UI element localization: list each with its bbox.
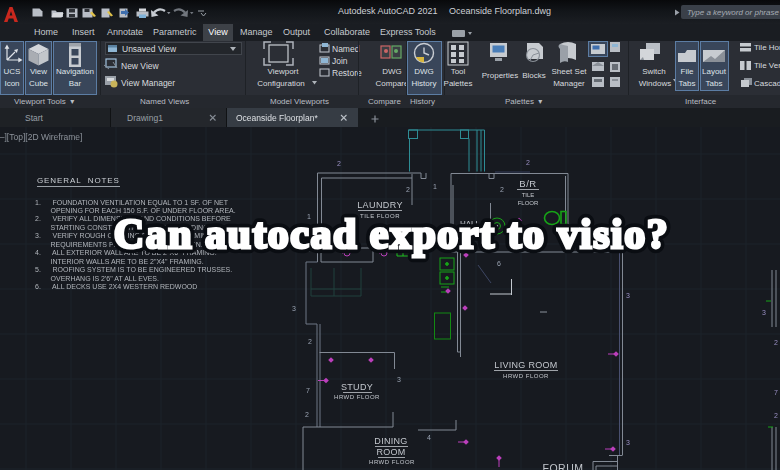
svg-text:Restore: Restore (332, 68, 362, 78)
svg-text:Unsaved View: Unsaved View (122, 44, 177, 54)
svg-text:Bar: Bar (69, 79, 82, 88)
svg-text:Tile Hori: Tile Hori (754, 43, 780, 52)
svg-text:New View: New View (121, 61, 159, 71)
svg-text:Navigation: Navigation (56, 67, 94, 76)
svg-text:DWG: DWG (414, 67, 434, 76)
svg-text:Named: Named (332, 44, 360, 54)
svg-text:Viewport: Viewport (268, 67, 300, 76)
svg-text:Icon: Icon (4, 79, 19, 88)
svg-text:History: History (412, 79, 437, 88)
svg-text:Join: Join (332, 56, 348, 66)
svg-text:Configuration: Configuration (257, 79, 305, 88)
svg-text:File: File (681, 67, 694, 76)
svg-text:Tool: Tool (451, 67, 466, 76)
svg-text:Tabs: Tabs (679, 79, 696, 88)
svg-text:Manager: Manager (553, 79, 585, 88)
svg-text:Switch: Switch (642, 67, 666, 76)
svg-text:Compare: Compare (376, 79, 409, 88)
svg-text:Cube: Cube (29, 79, 49, 88)
svg-text:DWG: DWG (382, 67, 402, 76)
svg-text:Blocks: Blocks (522, 71, 546, 80)
svg-text:Can autocad export to visio?: Can autocad export to visio? (114, 211, 669, 257)
svg-text:View: View (30, 67, 47, 76)
svg-text:Layout: Layout (702, 67, 727, 76)
svg-text:Sheet Set: Sheet Set (551, 67, 587, 76)
svg-text:View Manager: View Manager (121, 78, 175, 88)
svg-text:Palettes: Palettes (444, 79, 473, 88)
svg-text:UCS: UCS (4, 67, 21, 76)
svg-text:Properties: Properties (482, 71, 518, 80)
svg-text:Cascade: Cascade (754, 79, 780, 88)
svg-text:Windows: Windows (639, 79, 671, 88)
svg-text:Tabs: Tabs (706, 79, 723, 88)
svg-text:Tile Verti: Tile Verti (754, 61, 780, 70)
